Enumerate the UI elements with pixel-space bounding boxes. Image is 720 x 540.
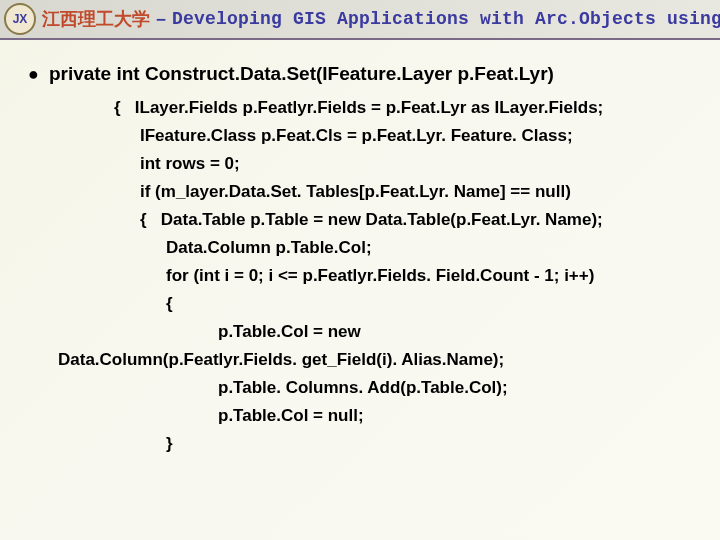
code-line: }	[114, 430, 700, 458]
code-line: p.Table.Col = null;	[114, 402, 700, 430]
logo-text: JX	[13, 12, 28, 26]
code-line: if (m_layer.Data.Set. Tables[p.Feat.Lyr.…	[114, 178, 700, 206]
code-line: Data.Column(p.Featlyr.Fields. get_Field(…	[58, 346, 700, 374]
bullet-icon: ●	[28, 62, 39, 86]
slide-header: JX 江西理工大学 － Developing GIS Applications …	[0, 0, 720, 40]
code-line: IFeature.Class p.Feat.Cls = p.Feat.Lyr. …	[114, 122, 700, 150]
course-title: Developing GIS Applications with Arc.Obj…	[172, 9, 720, 29]
method-signature: private int Construct.Data.Set(IFeature.…	[49, 62, 554, 86]
code-line: int rows = 0;	[114, 150, 700, 178]
slide-content: ● private int Construct.Data.Set(IFeatur…	[0, 40, 720, 458]
code-line: { ILayer.Fields p.Featlyr.Fields = p.Fea…	[114, 94, 700, 122]
code-line: p.Table. Columns. Add(p.Table.Col);	[114, 374, 700, 402]
university-logo: JX	[4, 3, 36, 35]
university-name: 江西理工大学	[42, 7, 150, 31]
code-line: for (int i = 0; i <= p.Featlyr.Fields. F…	[114, 262, 700, 290]
code-line: {	[114, 290, 700, 318]
code-line: p.Table.Col = new	[114, 318, 700, 346]
code-line: { Data.Table p.Table = new Data.Table(p.…	[114, 206, 700, 234]
code-block: { ILayer.Fields p.Featlyr.Fields = p.Fea…	[114, 94, 700, 458]
bullet-line: ● private int Construct.Data.Set(IFeatur…	[28, 62, 700, 86]
code-line: Data.Column p.Table.Col;	[114, 234, 700, 262]
header-dash: －	[152, 7, 170, 31]
